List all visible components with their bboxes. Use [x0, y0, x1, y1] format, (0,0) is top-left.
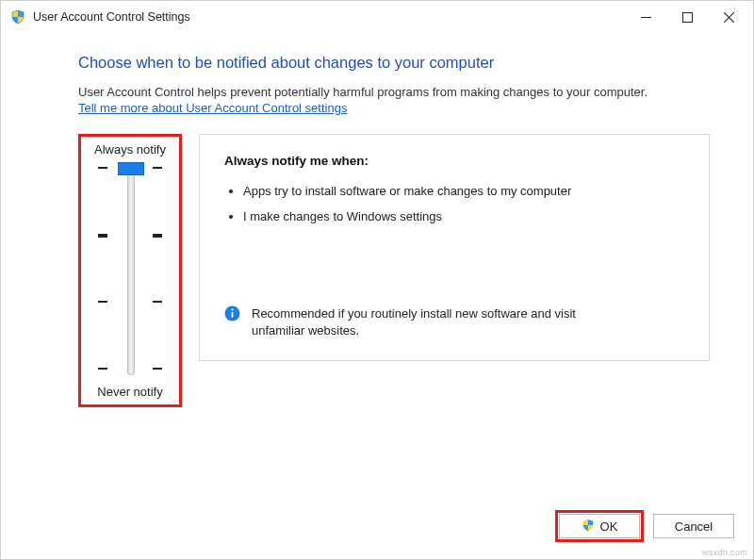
info-panel: Always notify me when: Apps try to insta…: [199, 134, 710, 361]
page-description: User Account Control helps prevent poten…: [78, 85, 710, 99]
svg-rect-0: [641, 17, 651, 18]
slider-tick: [98, 368, 107, 370]
ok-button[interactable]: OK: [559, 514, 640, 538]
slider-rail: [127, 166, 135, 375]
recommend-text: Recommended if you routinely install new…: [252, 305, 591, 339]
page-heading: Choose when to be notified about changes…: [78, 54, 710, 72]
window-title: User Account Control Settings: [33, 10, 190, 24]
slider-tick: [153, 234, 162, 238]
ok-button-highlight: OK: [555, 510, 644, 542]
notify-slider[interactable]: [85, 162, 175, 379]
content-area: Choose when to be notified about changes…: [1, 33, 753, 407]
info-bullet-list: Apps try to install software or make cha…: [243, 179, 688, 230]
slider-tick: [153, 167, 162, 169]
info-bullet: Apps try to install software or make cha…: [243, 179, 601, 205]
body-row: Always notify Never notify Alway: [78, 134, 710, 407]
button-row: OK Cancel: [555, 510, 734, 542]
ok-button-label: OK: [600, 519, 618, 534]
maximize-button[interactable]: [666, 3, 708, 31]
slider-tick: [98, 234, 107, 238]
notify-slider-highlight: Always notify Never notify: [78, 134, 182, 407]
minimize-button[interactable]: [625, 3, 666, 31]
watermark: wsxdn.com: [702, 548, 747, 557]
cancel-button[interactable]: Cancel: [653, 514, 734, 538]
uac-shield-icon: [582, 519, 595, 535]
recommend-row: Recommended if you routinely install new…: [224, 305, 688, 339]
slider-tick: [98, 301, 107, 303]
learn-more-link[interactable]: Tell me more about User Account Control …: [78, 101, 347, 115]
slider-top-label: Always notify: [85, 142, 175, 156]
svg-point-4: [231, 308, 233, 310]
slider-tick: [153, 368, 162, 370]
slider-bottom-label: Never notify: [85, 385, 175, 399]
close-button[interactable]: [708, 3, 749, 31]
info-bullet: I make changes to Windows settings: [243, 205, 601, 230]
info-heading: Always notify me when:: [224, 154, 688, 168]
slider-tick: [153, 301, 162, 303]
cancel-button-label: Cancel: [675, 519, 713, 534]
slider-tick: [98, 167, 107, 169]
svg-rect-1: [682, 12, 692, 22]
info-icon: [224, 305, 240, 324]
svg-rect-3: [232, 312, 234, 318]
window: User Account Control Settings Choose whe…: [0, 0, 754, 560]
titlebar: User Account Control Settings: [1, 1, 753, 33]
slider-thumb[interactable]: [118, 162, 144, 175]
uac-shield-icon: [10, 9, 25, 25]
